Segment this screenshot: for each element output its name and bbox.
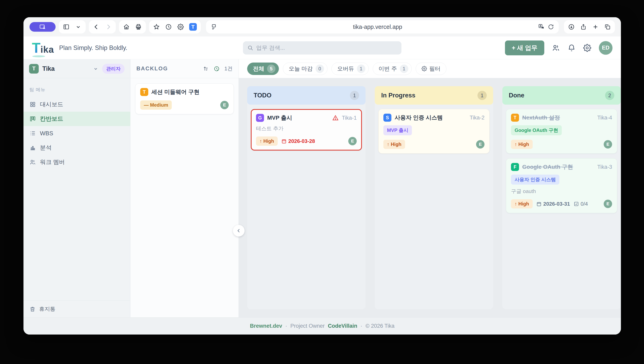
- backlog-title: BACKLOG: [136, 66, 168, 72]
- sidebar-item-kanban[interactable]: 칸반보드: [24, 112, 130, 126]
- logo-letter: T: [32, 41, 41, 55]
- team-chevron-down-icon[interactable]: [93, 66, 99, 72]
- url-text[interactable]: tika-app.vercel.app: [220, 24, 535, 30]
- backlog-count: 1건: [224, 65, 232, 72]
- card-description: 구글 oauth: [511, 188, 612, 195]
- sidebar-item-dashboard[interactable]: 대시보드: [24, 97, 130, 112]
- footer-owner-link[interactable]: CodeVillain: [328, 323, 357, 329]
- print-icon[interactable]: [135, 24, 142, 30]
- assignee-avatar: E: [476, 140, 485, 148]
- new-task-button[interactable]: + 새 업무: [505, 40, 544, 55]
- team-avatar: T: [29, 64, 39, 74]
- history-icon[interactable]: [165, 24, 172, 30]
- column-title: In Progress: [381, 92, 416, 99]
- back-icon[interactable]: [93, 24, 100, 30]
- footer-brand-link[interactable]: Brewnet.dev: [250, 323, 282, 329]
- tika-logo[interactable]: Tika: [32, 41, 54, 55]
- header-settings-icon[interactable]: [583, 44, 591, 52]
- overdue-warning-icon: [332, 115, 339, 121]
- translate-icon[interactable]: [538, 24, 545, 30]
- kanban-board: TODO 1 G MVP 출시: [239, 78, 621, 317]
- settings-icon[interactable]: [177, 24, 184, 30]
- reader-view-icon[interactable]: [210, 24, 217, 30]
- ticket-id: Tika-3: [597, 164, 612, 170]
- search-icon: [247, 45, 253, 51]
- sidebar-item-wbs[interactable]: WBS: [24, 126, 130, 140]
- bookmark-star-icon[interactable]: [153, 24, 160, 30]
- url-bar[interactable]: tika-app.vercel.app: [206, 20, 559, 34]
- members-icon[interactable]: [552, 44, 560, 52]
- browser-sidebar-icon[interactable]: [63, 24, 70, 30]
- dashboard-icon: [30, 101, 36, 108]
- nav-section-label: 팀 메뉴: [24, 86, 130, 93]
- assignee-avatar: E: [604, 200, 612, 208]
- download-icon[interactable]: [568, 24, 575, 30]
- filter-chip-overdue[interactable]: 오버듀 1: [332, 62, 369, 75]
- trash-icon: [30, 306, 36, 312]
- forward-icon[interactable]: [105, 24, 112, 30]
- window-actions-group: [564, 20, 615, 34]
- chip-label: 오늘 마감: [289, 65, 313, 72]
- task-card-tika-3[interactable]: F Google OAuth 구현 Tika-3 사용자 인증 시스템 구글 o…: [506, 158, 617, 213]
- sidebar-item-trash[interactable]: 휴지통: [24, 300, 130, 317]
- main-content: T Tika 관리자 팀 메뉴 대시보드: [24, 59, 621, 317]
- task-type-chip: T: [140, 88, 148, 96]
- reload-icon[interactable]: [547, 24, 554, 30]
- task-card-tika-1[interactable]: G MVP 출시 Tika-1 테스트 추가: [251, 109, 362, 150]
- list-icon: [30, 130, 36, 136]
- sort-icon[interactable]: [203, 66, 209, 72]
- trash-label: 휴지통: [39, 306, 55, 313]
- parent-task-tag: MVP 출시: [383, 125, 412, 135]
- backlog-card[interactable]: T 세션 미들웨어 구현 — Medium E: [135, 84, 234, 114]
- chevron-left-icon: [236, 228, 241, 233]
- new-tab-icon[interactable]: [592, 24, 599, 30]
- sidebar-item-members[interactable]: 워크 멤버: [24, 155, 130, 169]
- sidebar-item-label: WBS: [40, 130, 53, 137]
- filter-chip-all[interactable]: 전체 5: [247, 62, 279, 75]
- backlog-collapse-button[interactable]: [233, 225, 244, 236]
- tabs-overview-icon[interactable]: [604, 24, 611, 30]
- sidebar-spacer: [24, 169, 130, 300]
- due-date: 2026-03-28: [281, 138, 315, 144]
- task-search: [243, 41, 402, 54]
- column-count: 1: [477, 91, 487, 100]
- filter-settings-button[interactable]: 필터: [416, 62, 446, 75]
- browser-toolbar: T tika-app.vercel.app: [24, 17, 621, 36]
- sidebar-item-analytics[interactable]: 분석: [24, 140, 130, 155]
- column-header-in-progress: In Progress 1: [375, 86, 493, 105]
- notifications-bell-icon[interactable]: [567, 44, 576, 52]
- checklist-progress: 0/4: [574, 201, 588, 207]
- checklist-text: 0/4: [581, 201, 588, 207]
- profile-pill-button[interactable]: [30, 22, 56, 32]
- role-badge: 관리자: [102, 64, 125, 74]
- priority-badge: ↑ High: [511, 199, 533, 208]
- due-date-text: 2026-03-31: [543, 201, 570, 207]
- priority-badge: ↑ High: [256, 136, 278, 146]
- search-input[interactable]: [256, 45, 397, 51]
- filter-gear-icon: [422, 66, 427, 71]
- share-icon[interactable]: [580, 24, 587, 30]
- home-icon[interactable]: [123, 24, 130, 30]
- tika-extension-icon[interactable]: T: [189, 23, 197, 31]
- sidebar: T Tika 관리자 팀 메뉴 대시보드: [24, 59, 130, 317]
- chip-label: 오버듀: [337, 65, 354, 72]
- sidebar-item-label: 칸반보드: [40, 115, 63, 123]
- team-name: Tika: [42, 65, 55, 72]
- bar-chart-icon: [30, 144, 36, 151]
- chip-count: 1: [400, 64, 408, 73]
- column-body: T NextAuth 설정 Tika-4 Google OAuth 구현 ↑ H…: [502, 105, 621, 218]
- chevron-down-icon[interactable]: [75, 24, 82, 30]
- task-card-tika-2[interactable]: S 사용자 인증 시스템 Tika-2 MVP 출시 ↑ High E: [378, 109, 490, 154]
- recent-clock-icon[interactable]: [214, 66, 220, 72]
- footer-copyright: © 2026 Tika: [366, 323, 394, 329]
- column-header-done: Done 2: [502, 86, 621, 105]
- filter-chip-this-week[interactable]: 이번 주 1: [373, 62, 412, 75]
- user-avatar[interactable]: ED: [599, 41, 612, 55]
- filter-chip-due-today[interactable]: 오늘 마감 0: [283, 62, 328, 75]
- card-title: 사용자 인증 시스템: [395, 114, 443, 122]
- team-selector[interactable]: T Tika 관리자: [24, 59, 130, 78]
- sidebar-toggle-group: [59, 20, 86, 34]
- task-type-chip: S: [383, 114, 391, 122]
- column-todo: TODO 1 G MVP 출시: [247, 86, 366, 309]
- task-card-tika-4[interactable]: T NextAuth 설정 Tika-4 Google OAuth 구현 ↑ H…: [506, 109, 617, 154]
